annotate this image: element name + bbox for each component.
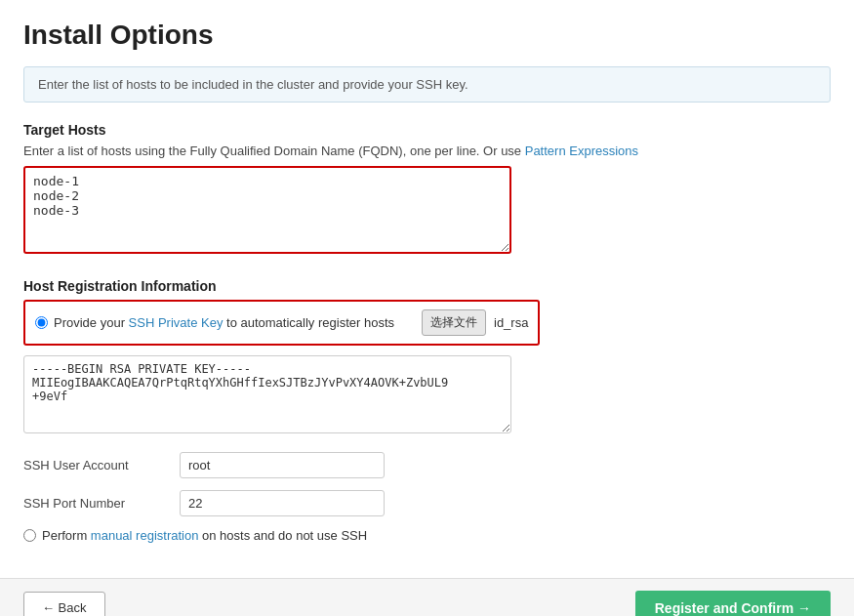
target-hosts-title: Target Hosts: [23, 122, 831, 138]
target-hosts-section: Target Hosts Enter a list of hosts using…: [23, 122, 831, 257]
manual-radio-label: Perform manual registration on hosts and…: [42, 528, 367, 543]
manual-radio-button[interactable]: [23, 529, 36, 542]
ssh-radio-button[interactable]: [35, 316, 48, 329]
host-registration-title: Host Registration Information: [23, 278, 831, 294]
pem-content-textarea[interactable]: -----BEGIN RSA PRIVATE KEY----- MIIEogIB…: [23, 355, 511, 433]
host-registration-section: Host Registration Information Provide yo…: [23, 278, 831, 543]
ssh-key-box: Provide your SSH Private Key to automati…: [23, 300, 540, 346]
manual-registration-link[interactable]: manual registration: [91, 528, 199, 543]
ssh-label-prefix: Provide your: [54, 315, 129, 330]
ssh-private-key-link[interactable]: SSH Private Key: [129, 315, 224, 330]
pattern-expressions-link[interactable]: Pattern Expressions: [525, 144, 638, 158]
ssh-label-suffix: to automatically register hosts: [223, 315, 394, 330]
ssh-port-input[interactable]: [180, 490, 385, 516]
ssh-user-row: SSH User Account: [23, 452, 831, 478]
hosts-textarea-wrapper: node-1 node-2 node-3: [23, 166, 511, 257]
ssh-port-row: SSH Port Number: [23, 490, 831, 516]
register-confirm-button[interactable]: Register and Confirm →: [635, 591, 831, 617]
manual-radio-row: Perform manual registration on hosts and…: [23, 528, 831, 543]
file-input-row: 选择文件 id_rsa: [422, 309, 528, 336]
footer-bar: ← Back Register and Confirm →: [0, 578, 854, 616]
target-hosts-description: Enter a list of hosts using the Fully Qu…: [23, 144, 831, 158]
info-banner: Enter the list of hosts to be included i…: [23, 66, 831, 103]
desc-prefix-text: Enter a list of hosts using the Fully Qu…: [23, 144, 525, 158]
pem-textarea-wrapper: -----BEGIN RSA PRIVATE KEY----- MIIEogIB…: [23, 355, 831, 452]
manual-label-suffix: on hosts and do not use SSH: [198, 528, 367, 543]
hosts-textarea[interactable]: node-1 node-2 node-3: [23, 166, 511, 254]
ssh-radio-label: Provide your SSH Private Key to automati…: [54, 315, 394, 330]
file-name-display: id_rsa: [494, 315, 528, 330]
back-button[interactable]: ← Back: [23, 592, 105, 616]
ssh-radio-row: Provide your SSH Private Key to automati…: [35, 315, 394, 330]
file-choose-button[interactable]: 选择文件: [422, 309, 486, 336]
page-title: Install Options: [23, 20, 831, 51]
ssh-port-label: SSH Port Number: [23, 496, 180, 511]
ssh-user-input[interactable]: [180, 452, 385, 478]
ssh-user-label: SSH User Account: [23, 458, 180, 472]
manual-label-prefix: Perform: [42, 528, 91, 543]
